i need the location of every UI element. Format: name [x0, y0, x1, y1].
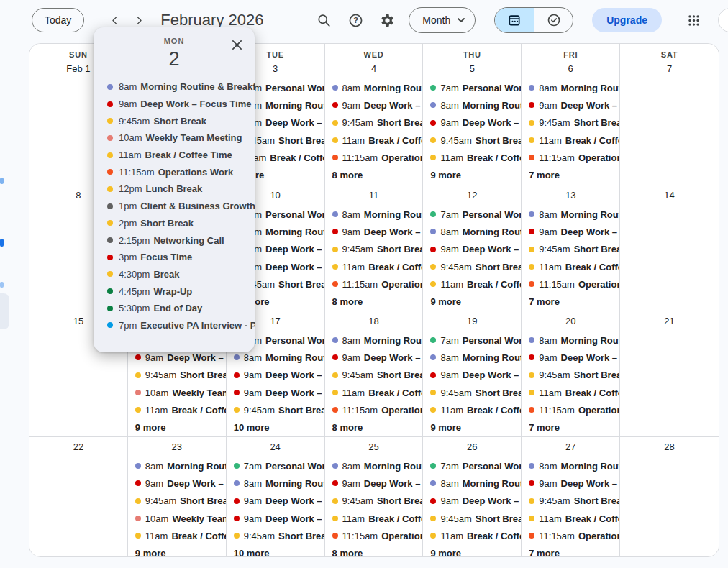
- event-chip[interactable]: 9:45amShort Break: [522, 114, 619, 132]
- more-link[interactable]: 8 more: [325, 421, 423, 435]
- day-cell[interactable]: FRI68amMorning Routine & Breakfast9amDee…: [522, 44, 620, 185]
- event-chip[interactable]: 11amBreak / Coffee Time: [522, 510, 619, 527]
- event-chip[interactable]: 9:45amShort Break: [325, 493, 423, 510]
- event-chip[interactable]: 9amDeep Work – Focus Time: [325, 223, 423, 240]
- avatar[interactable]: [718, 8, 728, 32]
- day-cell[interactable]: THU57amPersonal Work8amMorning Routine &…: [423, 44, 522, 185]
- more-link[interactable]: 9 more: [423, 421, 521, 435]
- more-link[interactable]: 7 more: [522, 421, 619, 435]
- event-chip[interactable]: 11:15amOperations Work: [325, 401, 423, 418]
- event-chip[interactable]: 11:15amOperations Work: [522, 527, 619, 544]
- event-chip[interactable]: 9amDeep Work – Focus Time: [522, 349, 619, 366]
- event-chip[interactable]: 9amDeep Work – Focus Time: [227, 384, 324, 401]
- event-chip[interactable]: 9:45amShort Break: [522, 367, 619, 384]
- event-chip[interactable]: 11amBreak / Coffee Time: [522, 132, 619, 149]
- date-number[interactable]: 25: [325, 441, 423, 453]
- day-cell[interactable]: 188amMorning Routine & Breakfast9amDeep …: [325, 311, 424, 437]
- event-chip[interactable]: 9amDeep Work – Focus Time: [522, 223, 619, 240]
- event-chip[interactable]: 8amMorning Routine & Breakfast: [522, 206, 619, 223]
- event-chip[interactable]: 8amMorning Routine & Breakfast: [522, 79, 619, 96]
- event-chip[interactable]: 11amBreak / Coffee Time: [423, 149, 521, 166]
- event-chip[interactable]: 11amBreak / Coffee Time: [325, 384, 423, 401]
- day-cell[interactable]: 21: [620, 311, 719, 437]
- event-chip[interactable]: 9amDeep Work – Focus Time: [522, 96, 619, 114]
- more-link[interactable]: 7 more: [522, 168, 619, 183]
- event-chip[interactable]: 11:15amOperations Work: [325, 275, 423, 293]
- event-chip[interactable]: 9amDeep Work – Focus Time: [325, 96, 423, 114]
- event-chip[interactable]: 9:45amShort Break: [423, 258, 521, 275]
- date-number[interactable]: 18: [325, 315, 423, 327]
- day-cell[interactable]: WED48amMorning Routine & Breakfast9amDee…: [325, 44, 424, 185]
- date-number[interactable]: 6: [522, 63, 619, 75]
- search-button[interactable]: [308, 6, 340, 35]
- date-number[interactable]: 12: [423, 189, 521, 201]
- day-cell[interactable]: 238amMorning Routine & Breakfast9amDeep …: [128, 437, 227, 556]
- popup-event-chip[interactable]: 8amMorning Routine & Breakfast: [107, 78, 255, 96]
- event-chip[interactable]: 8amMorning Routine & Breakfast: [522, 331, 619, 349]
- event-chip[interactable]: 9amDeep Work – Focus Time: [423, 114, 521, 132]
- calendar-view-toggle-button[interactable]: [495, 8, 534, 32]
- day-cell[interactable]: 247amPersonal Work8amMorning Routine & B…: [227, 437, 325, 556]
- event-chip[interactable]: 9:45amShort Break: [128, 493, 226, 510]
- day-cell[interactable]: 28: [620, 437, 719, 556]
- popup-event-chip[interactable]: 4:45pmWrap-Up: [107, 283, 255, 300]
- more-link[interactable]: 7 more: [522, 546, 619, 556]
- help-button[interactable]: ?: [340, 6, 371, 35]
- popup-event-chip[interactable]: 1pmClient & Business Growth: [107, 198, 255, 215]
- event-chip[interactable]: 8amMorning Routine & Breakfast: [423, 349, 521, 366]
- event-chip[interactable]: 11amBreak / Coffee Time: [522, 384, 619, 401]
- date-number[interactable]: 11: [325, 189, 423, 201]
- event-chip[interactable]: 11:15amOperations Work: [522, 401, 619, 418]
- popup-event-chip[interactable]: 9amDeep Work – Focus Time: [107, 96, 255, 113]
- event-chip[interactable]: 9amDeep Work – Focus Time: [227, 510, 324, 527]
- event-chip[interactable]: 10amWeekly Team Meeting: [128, 510, 226, 527]
- popup-event-chip[interactable]: 11amBreak / Coffee Time: [107, 147, 255, 164]
- event-chip[interactable]: 9:45amShort Break: [325, 241, 423, 258]
- more-link[interactable]: 10 more: [227, 421, 324, 435]
- day-cell[interactable]: 14: [620, 185, 719, 311]
- more-link[interactable]: 8 more: [325, 168, 423, 183]
- event-chip[interactable]: 11amBreak / Coffee Time: [325, 258, 423, 275]
- event-chip[interactable]: 7amPersonal Work: [423, 79, 521, 96]
- more-link[interactable]: 9 more: [128, 546, 226, 556]
- day-cell[interactable]: 267amPersonal Work8amMorning Routine & B…: [423, 437, 522, 556]
- event-chip[interactable]: 11amBreak / Coffee Time: [128, 527, 226, 544]
- more-link[interactable]: 9 more: [423, 546, 521, 556]
- event-chip[interactable]: 9:45amShort Break: [423, 384, 521, 401]
- event-chip[interactable]: 7amPersonal Work: [423, 457, 521, 475]
- event-chip[interactable]: 9:45amShort Break: [522, 493, 619, 510]
- event-chip[interactable]: 9amDeep Work – Focus Time: [423, 241, 521, 258]
- event-chip[interactable]: 9:45amShort Break: [423, 510, 521, 527]
- date-number[interactable]: 26: [423, 441, 521, 453]
- event-chip[interactable]: 11amBreak / Coffee Time: [423, 275, 521, 293]
- popup-event-chip[interactable]: 4:30pmBreak: [107, 266, 255, 283]
- popup-event-chip[interactable]: 12pmLunch Break: [107, 180, 255, 198]
- upgrade-button[interactable]: Upgrade: [592, 8, 662, 32]
- popup-event-chip[interactable]: 5:30pmEnd of Day: [107, 300, 255, 317]
- event-chip[interactable]: 9amDeep Work – Focus Time: [325, 349, 423, 366]
- day-cell[interactable]: 127amPersonal Work8amMorning Routine & B…: [423, 185, 522, 311]
- date-number[interactable]: 7: [620, 63, 719, 75]
- apps-grid-button[interactable]: [678, 6, 709, 35]
- day-cell[interactable]: 22: [29, 437, 128, 556]
- popup-event-chip[interactable]: 3pmFocus Time: [107, 249, 255, 266]
- date-number[interactable]: 24: [227, 441, 324, 453]
- popup-event-chip[interactable]: 7pmExecutive PA Interview - Pri: [107, 317, 255, 334]
- event-chip[interactable]: 9amDeep Work – Focus Time: [423, 367, 521, 384]
- more-link[interactable]: 7 more: [522, 295, 619, 309]
- event-chip[interactable]: 11amBreak / Coffee Time: [325, 510, 423, 527]
- event-chip[interactable]: 8amMorning Routine & Breakfast: [325, 206, 423, 223]
- event-chip[interactable]: 9amDeep Work – Focus Time: [325, 475, 423, 492]
- event-chip[interactable]: 9:45amShort Break: [423, 132, 521, 149]
- today-button[interactable]: Today: [32, 8, 84, 32]
- event-chip[interactable]: 9amDeep Work – Focus Time: [128, 475, 226, 492]
- date-number[interactable]: 14: [620, 189, 719, 201]
- date-number[interactable]: 21: [620, 315, 719, 327]
- event-chip[interactable]: 9amDeep Work – Focus Time: [522, 475, 619, 492]
- event-chip[interactable]: 11amBreak / Coffee Time: [423, 401, 521, 418]
- more-link[interactable]: 9 more: [128, 421, 226, 435]
- event-chip[interactable]: 9:45amShort Break: [325, 367, 423, 384]
- event-chip[interactable]: 11:15amOperations Work: [522, 275, 619, 293]
- event-chip[interactable]: 11:15amOperations Work: [325, 527, 423, 544]
- popup-event-chip[interactable]: 11:15amOperations Work: [107, 163, 255, 180]
